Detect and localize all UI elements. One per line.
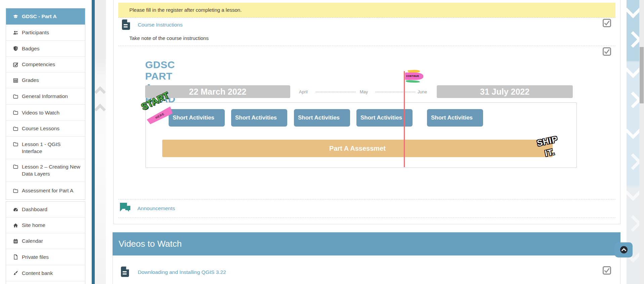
divider [118, 218, 615, 218]
arrow-decoration-icon [95, 104, 106, 115]
scrollbar-track[interactable] [639, 0, 644, 284]
continue-flag-sticker: CONTINUE [405, 70, 425, 85]
sidebar-item-lesson-1[interactable]: Lesson 1 - QGIS Interface [6, 136, 85, 159]
sidebar-item-label: Videos to Watch [22, 110, 59, 116]
left-background-pattern [95, 0, 106, 284]
table-icon [13, 78, 18, 83]
register-notice-label: Please fill in the register after comple… [118, 3, 615, 17]
chevron-decoration-icon [627, 184, 639, 201]
sidebar-item-label: Badges [22, 46, 40, 52]
document-icon [120, 267, 129, 277]
calendar-icon [13, 238, 18, 244]
scroll-to-top-button[interactable] [615, 242, 633, 257]
sidebar-item-competencies[interactable]: Competencies [6, 56, 85, 72]
sidebar-item-label: GDSC - Part A [22, 13, 57, 19]
flag-label: CONTINUE [405, 73, 423, 80]
divider [118, 199, 615, 199]
sidebar-item-calendar[interactable]: Calendar [6, 233, 85, 249]
sidebar-item-label: Content bank [22, 270, 53, 276]
sidebar-item-label: Course Lessons [22, 126, 59, 132]
sidebar-item-lesson-2[interactable]: Lesson 2 – Creating New Data Layers [6, 159, 85, 182]
shield-icon [13, 46, 18, 51]
sidebar-item-dashboard[interactable]: Dashboard [6, 202, 85, 217]
sidebar-item-label: Participants [22, 30, 49, 36]
site-navigation: Dashboard Site home Calendar Private fil… [6, 201, 85, 284]
sidebar-item-videos-to-watch[interactable]: Videos to Watch [6, 104, 85, 121]
course-navigation: GDSC - Part A Participants Badges Compet… [6, 8, 85, 200]
divider [118, 17, 615, 18]
graduation-cap-icon [13, 14, 18, 19]
chevron-decoration-icon [627, 92, 639, 108]
teal-stripe-decoration [92, 0, 95, 284]
folder-icon [13, 141, 18, 147]
videos-section-header: Videos to Watch [113, 232, 620, 255]
sidebar-item-badges[interactable]: Badges [6, 40, 85, 56]
sidebar-item-label: Calendar [22, 238, 43, 244]
users-icon [13, 30, 18, 36]
sidebar-item-course[interactable]: GDSC - Part A [6, 8, 85, 25]
sidebar-item-label: Grades [22, 77, 39, 83]
forum-icon [120, 202, 131, 215]
completion-checkbox[interactable] [603, 266, 611, 275]
moodle-course-page: GDSC - Part A Participants Badges Compet… [0, 0, 644, 284]
completion-checkbox[interactable] [603, 19, 611, 27]
sidebar-item-label: Lesson 1 - QGIS Interface [22, 141, 82, 155]
sidebar-item-label: Private files [22, 254, 49, 260]
brush-icon [13, 270, 18, 276]
roadmap-month-april: April [293, 89, 313, 94]
short-activities-box: Short Activities [294, 109, 350, 127]
sidebar-item-site-home[interactable]: Site home [6, 217, 85, 233]
home-icon [13, 223, 18, 228]
sidebar-item-assessment-part-a[interactable]: Assessment for Part A [6, 182, 85, 199]
roadmap-month-may: May [354, 89, 374, 94]
right-background-pattern [627, 0, 639, 284]
arrow-decoration-icon [95, 86, 106, 98]
sidebar-item-label: Site home [22, 222, 45, 228]
sidebar-item-private-files[interactable]: Private files [6, 249, 85, 265]
chevron-decoration-icon [627, 123, 639, 139]
short-activities-box: Short Activities [231, 109, 287, 127]
sidebar-item-label: Dashboard [22, 206, 47, 212]
chevron-up-icon [620, 246, 628, 253]
current-date-marker-line [404, 71, 405, 167]
sidebar-item-label: Lesson 2 – Creating New Data Layers [22, 163, 82, 177]
roadmap-end-date: 31 July 2022 [437, 85, 573, 98]
sidebar-item-general-information[interactable]: General Information [6, 88, 85, 104]
chevron-decoration-icon [627, 2, 639, 18]
chevron-decoration-icon [627, 153, 639, 170]
part-a-assessment-bar: Part A Assessmet [162, 140, 553, 157]
chevron-decoration-icon [627, 31, 639, 48]
chevron-decoration-icon [627, 61, 639, 78]
sidebar-item-label: Competencies [22, 61, 55, 67]
file-icon [13, 254, 18, 260]
folder-icon [13, 188, 18, 194]
sidebar-item-label: Assessment for Part A [22, 188, 73, 194]
folder-icon [13, 94, 18, 99]
folder-icon [13, 126, 18, 132]
it-sticker: IT. [544, 147, 556, 158]
sidebar-item-course-lessons[interactable]: Course Lessons [6, 121, 85, 136]
gauge-icon [13, 207, 18, 212]
video-link[interactable]: Downloading and Installing QGIS 3.22 [138, 268, 226, 277]
folder-icon [13, 164, 18, 170]
timeline-dots [316, 92, 355, 92]
announcements-link[interactable]: Announcements [137, 204, 175, 213]
sidebar-item-cutoff[interactable] [6, 281, 85, 284]
folder-icon [13, 110, 18, 115]
divider [118, 46, 615, 46]
course-instructions-link[interactable]: Course Instructions [138, 20, 183, 29]
flag-green-stripe [406, 80, 420, 83]
timeline-dots [376, 92, 415, 92]
short-activities-box: Short Activities [427, 109, 483, 127]
document-icon [121, 19, 130, 30]
scrollbar-thumb[interactable] [640, 47, 644, 103]
chevron-decoration-icon [627, 215, 639, 232]
roadmap-month-june: June [412, 89, 432, 94]
activity-description: Take note of the course instructions [129, 35, 209, 41]
sidebar-item-label: General Information [22, 93, 68, 99]
sidebar-item-participants[interactable]: Participants [6, 25, 85, 40]
short-activities-box: Short Activities [169, 109, 225, 127]
completion-checkbox[interactable] [603, 47, 611, 56]
sidebar-item-grades[interactable]: Grades [6, 72, 85, 88]
sidebar-item-content-bank[interactable]: Content bank [6, 265, 85, 281]
